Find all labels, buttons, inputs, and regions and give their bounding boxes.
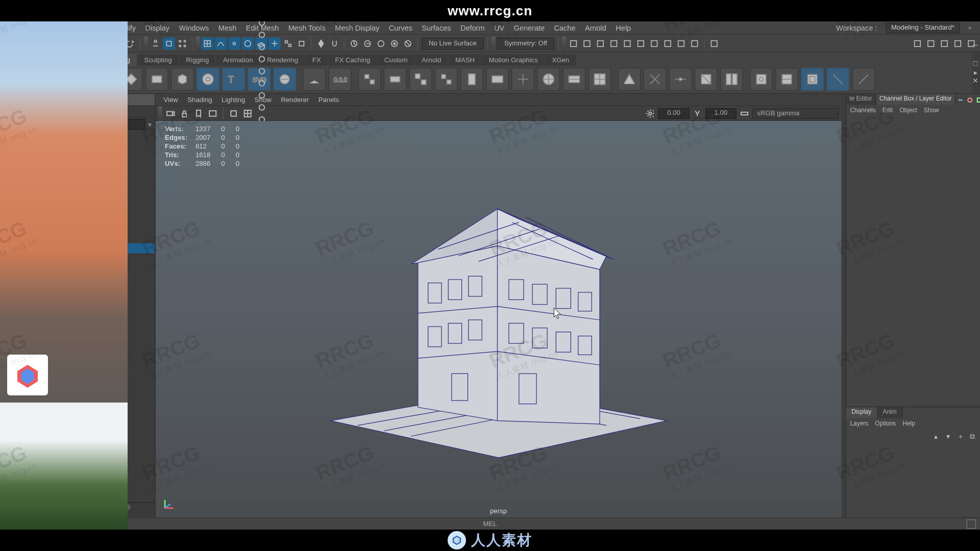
vp-cm-icon[interactable] <box>739 107 751 119</box>
menu-display[interactable]: Display <box>140 24 174 32</box>
vp-menu-view[interactable]: View <box>163 96 178 103</box>
snap-point-icon[interactable] <box>228 37 240 49</box>
menu-deform[interactable]: Deform <box>456 24 489 32</box>
shelf-button-19[interactable] <box>511 68 534 91</box>
shelf-button-16[interactable] <box>435 68 458 91</box>
symmetry-selector[interactable]: Symmetry: Off <box>497 37 554 49</box>
menu-mesh-display[interactable]: Mesh Display <box>330 24 384 32</box>
vp-ao-icon[interactable] <box>256 53 268 65</box>
shelf-tab-sculpting[interactable]: Sculpting <box>137 54 179 65</box>
menu-cache[interactable]: Cache <box>549 24 580 32</box>
vp-gear-icon[interactable] <box>644 107 656 119</box>
shelf-button-14[interactable] <box>384 68 407 91</box>
shelf-button-12[interactable]: 0.0.0 <box>329 68 352 91</box>
tab-anim-layers[interactable]: Anim <box>877 407 902 418</box>
group-handle-icon[interactable] <box>492 36 496 51</box>
render-view-icon[interactable] <box>567 37 579 49</box>
cn-nondef-icon[interactable] <box>375 37 387 49</box>
vp-menu-lighting[interactable]: Lighting <box>222 96 245 103</box>
panel-divider[interactable] <box>841 94 845 517</box>
shelf-button-27[interactable] <box>720 68 743 91</box>
playblast-icon[interactable] <box>675 37 687 49</box>
menu-generate[interactable]: Generate <box>509 24 549 32</box>
group-handle-icon[interactable] <box>196 36 200 51</box>
snap-toggle-icon[interactable] <box>282 37 295 49</box>
cn-input-icon[interactable] <box>348 37 360 49</box>
vp-menu-shading[interactable]: Shading <box>187 96 212 103</box>
menu-help[interactable]: Help <box>611 24 635 32</box>
shelf-button-32[interactable] <box>852 68 875 91</box>
sidebar-toggle-icon[interactable] <box>964 22 976 34</box>
menu-mesh-tools[interactable]: Mesh Tools <box>284 24 331 32</box>
render-globe-icon[interactable] <box>621 37 633 49</box>
shelf-tab-arnold[interactable]: Arnold <box>415 54 448 65</box>
menu-windows[interactable]: Windows <box>174 24 213 32</box>
menu-uv[interactable]: UV <box>489 24 509 32</box>
shelf-button-23[interactable] <box>618 68 641 91</box>
cb-menu-show[interactable]: Show <box>924 107 939 113</box>
cn-output-icon[interactable] <box>361 37 374 49</box>
snap-grid-icon[interactable] <box>201 37 213 49</box>
tab-display-layers[interactable]: Display <box>846 407 877 418</box>
vp-lock-cam-icon[interactable] <box>178 107 190 119</box>
toggle-b-icon[interactable] <box>925 37 937 49</box>
shelf-button-6[interactable] <box>171 68 194 91</box>
vp-gamma-field[interactable]: 1.00 <box>705 108 737 118</box>
vp-aa-icon[interactable] <box>256 65 268 77</box>
tab-attr-editor[interactable]: te Editor <box>846 94 876 105</box>
shelf-button-25[interactable] <box>669 68 692 91</box>
menu-surfaces[interactable]: Surfaces <box>417 24 456 32</box>
shelf-button-22[interactable] <box>589 68 611 91</box>
tab-channel-box[interactable]: Channel Box / Layer Editor <box>876 94 955 105</box>
cn-off-icon[interactable] <box>402 37 414 49</box>
group-handle-icon[interactable] <box>562 36 566 51</box>
vp-xray-icon[interactable] <box>256 101 268 113</box>
vp-shadows-icon[interactable] <box>256 41 268 53</box>
render-frame-icon[interactable] <box>581 37 593 49</box>
chevron-down-icon[interactable]: ▾ <box>148 120 152 129</box>
render-region-icon[interactable] <box>608 37 620 49</box>
menu-mesh[interactable]: Mesh <box>214 24 241 32</box>
shelf-tab-custom[interactable]: Custom <box>378 54 414 65</box>
group-handle-icon[interactable] <box>158 106 162 120</box>
cb-menu-object[interactable]: Object <box>900 107 917 113</box>
vp-menu-panels[interactable]: Panels <box>318 96 339 103</box>
shelf-tab-fx-caching[interactable]: FX Caching <box>328 54 377 65</box>
shelf-button-28[interactable] <box>750 68 773 91</box>
toggle-a-icon[interactable] <box>912 37 924 49</box>
select-object-icon[interactable] <box>163 37 175 49</box>
shelf-button-18[interactable] <box>486 68 509 91</box>
shelf-button-30[interactable] <box>801 68 824 91</box>
shelf-button-31[interactable] <box>826 68 849 91</box>
shelf-button-20[interactable] <box>537 68 560 91</box>
viewport[interactable]: Verts:133700Edges:200700Faces:81200Tris:… <box>156 121 842 517</box>
snap-curve-icon[interactable] <box>215 37 227 49</box>
toggle-c-icon[interactable] <box>938 37 950 49</box>
live-surface-field[interactable]: No Live Surface <box>422 37 484 49</box>
vp-exposure-field[interactable]: 0.00 <box>658 108 690 118</box>
menu-arnold[interactable]: Arnold <box>580 24 611 32</box>
render-settings-icon[interactable] <box>634 37 647 49</box>
layer-move-down-icon[interactable]: ▾ <box>944 432 953 441</box>
pause-icon[interactable] <box>689 37 701 49</box>
vp-grid-icon[interactable] <box>241 107 254 119</box>
shelf-button-8[interactable]: T <box>222 68 245 91</box>
workspace-selector[interactable]: Modeling - Standard* <box>886 22 960 33</box>
snap-projected-icon[interactable] <box>241 37 254 49</box>
shelf-button-17[interactable] <box>460 68 483 91</box>
cb-menu-edit[interactable]: Edit <box>883 107 893 113</box>
le-menu-options[interactable]: Options <box>875 420 896 427</box>
le-menu-layers[interactable]: Layers <box>850 420 869 427</box>
shelf-button-24[interactable] <box>644 68 667 91</box>
select-component-icon[interactable] <box>176 37 188 49</box>
shelf-button-5[interactable] <box>145 68 168 91</box>
layer-new-empty-icon[interactable]: ＋ <box>956 432 965 441</box>
shelf-button-21[interactable] <box>562 68 585 91</box>
shelf-button-13[interactable] <box>358 68 381 91</box>
shelf-button-29[interactable] <box>775 68 798 91</box>
shelf-tab-xgen[interactable]: XGen <box>545 54 576 65</box>
group-handle-icon[interactable] <box>144 36 148 51</box>
shelf-button-15[interactable] <box>409 68 432 91</box>
shelf-tab-rigging[interactable]: Rigging <box>179 54 215 65</box>
menu-curves[interactable]: Curves <box>384 24 417 32</box>
